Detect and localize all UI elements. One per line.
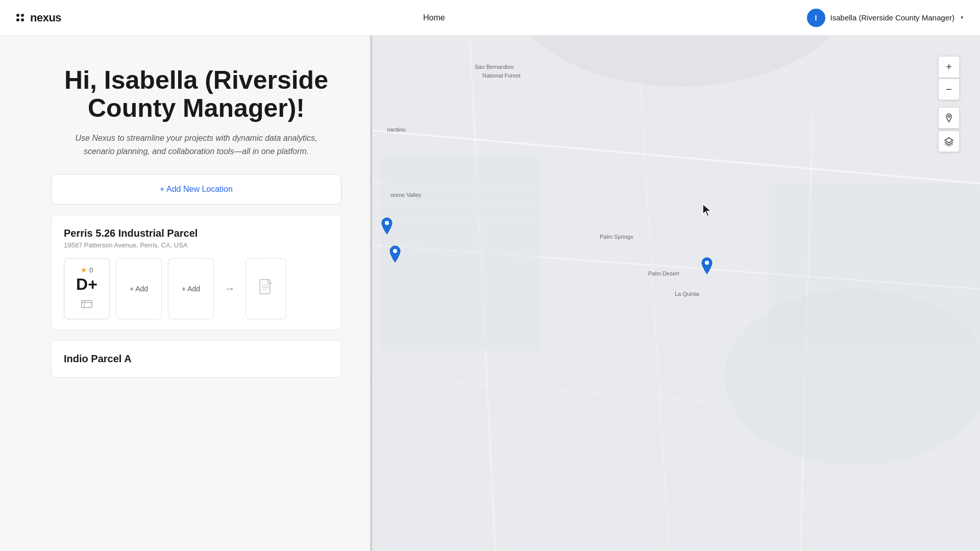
location-title-indio: Indio Parcel A — [64, 353, 329, 365]
zoom-out-button[interactable]: − — [938, 79, 960, 100]
arrow-icon: → — [224, 282, 235, 295]
grade-sub-icon — [81, 298, 93, 312]
nav-home-link[interactable]: Home — [423, 13, 445, 22]
scroll-indicator — [370, 36, 372, 551]
location-title-perris: Perris 5.26 Industrial Parcel — [64, 228, 329, 239]
left-panel: Hi, Isabella (Riverside County Manager)!… — [0, 36, 373, 551]
arrow-box[interactable]: → — [220, 258, 239, 319]
logo-text: nexus — [30, 11, 61, 24]
map-panel: San Bernardino National Forest nardino o… — [373, 36, 980, 551]
add-label-1: + Add — [130, 285, 148, 293]
add-label-2: + Add — [182, 285, 200, 293]
location-card-indio: Indio Parcel A — [51, 340, 341, 378]
user-avatar: I — [807, 9, 825, 27]
star-icon: ★ — [81, 266, 87, 274]
svg-rect-3 — [260, 280, 270, 294]
svg-rect-0 — [82, 300, 92, 308]
main-layout: Hi, Isabella (Riverside County Manager)!… — [0, 36, 980, 551]
document-icon — [259, 279, 273, 298]
location-card-perris: Perris 5.26 Industrial Parcel 19587 Patt… — [51, 215, 341, 330]
greeting-title: Hi, Isabella (Riverside County Manager)! — [51, 66, 341, 122]
app-header: nexus Home I Isabella (Riverside County … — [0, 0, 980, 36]
logo: nexus — [16, 11, 61, 24]
user-name: Isabella (Riverside County Manager) — [830, 13, 954, 22]
map-pin-2[interactable] — [388, 245, 402, 263]
svg-point-17 — [725, 289, 980, 465]
add-location-button[interactable]: + Add New Location — [51, 174, 341, 205]
logo-dot-2 — [21, 14, 24, 17]
chevron-down-icon: ▾ — [961, 14, 964, 21]
grade-value: D+ — [76, 276, 97, 292]
map-terrain — [373, 36, 980, 551]
location-pin-button[interactable] — [938, 107, 960, 129]
logo-dot-4 — [21, 18, 24, 21]
zoom-in-button[interactable]: + — [938, 56, 960, 78]
add-box-1[interactable]: + Add — [116, 258, 162, 319]
svg-point-20 — [705, 261, 709, 265]
svg-point-19 — [393, 249, 397, 253]
logo-dot-1 — [16, 14, 19, 17]
location-address-perris: 19587 Patterson Avenue, Perris, CA, USA — [64, 241, 329, 249]
user-menu[interactable]: I Isabella (Riverside County Manager) ▾ — [807, 9, 964, 27]
svg-point-21 — [948, 115, 950, 117]
logo-dot-3 — [16, 18, 19, 21]
metrics-row: ★ 0 D+ + Add — [64, 258, 329, 319]
layers-button[interactable] — [938, 131, 960, 152]
add-box-2[interactable]: + Add — [168, 258, 214, 319]
svg-rect-14 — [381, 157, 540, 350]
star-count: 0 — [89, 266, 93, 274]
map-pin-1[interactable] — [380, 217, 394, 235]
greeting-subtitle: Use Nexus to streamline your projects wi… — [64, 132, 329, 158]
main-nav: Home — [423, 13, 445, 22]
map-pin-3[interactable] — [700, 257, 714, 275]
map-controls: + − — [938, 56, 960, 152]
doc-icon-box[interactable] — [246, 258, 286, 319]
svg-point-18 — [385, 221, 389, 225]
star-row: ★ 0 — [81, 266, 93, 274]
logo-dots — [16, 14, 24, 21]
grade-box[interactable]: ★ 0 D+ — [64, 258, 110, 319]
